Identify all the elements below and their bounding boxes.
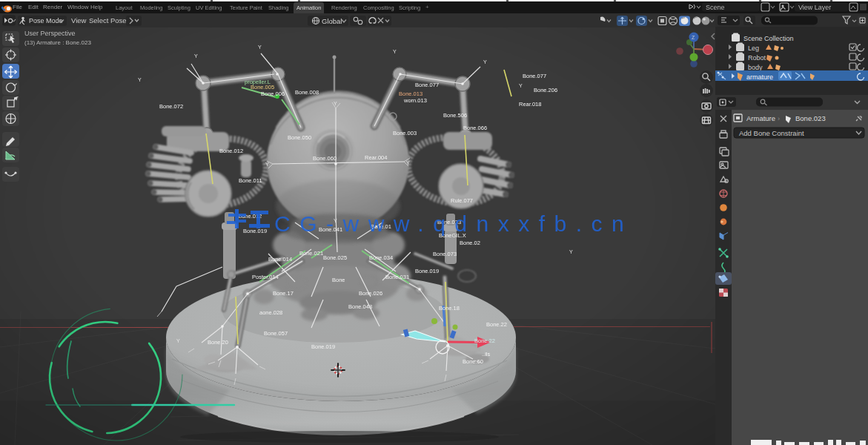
svg-text:Scene Collection: Scene Collection bbox=[743, 35, 794, 42]
svg-text:body: body bbox=[748, 64, 763, 71]
svg-text:Add Bone Constraint: Add Bone Constraint bbox=[739, 129, 804, 137]
svg-text:Pose Mode: Pose Mode bbox=[29, 17, 63, 24]
svg-text:Robot: Robot bbox=[748, 54, 766, 62]
svg-text:›: › bbox=[778, 115, 780, 122]
svg-text:Global: Global bbox=[322, 17, 342, 25]
svg-text:Bone.023: Bone.023 bbox=[795, 114, 826, 122]
svg-text:armature: armature bbox=[746, 73, 773, 81]
svg-text:Scene: Scene bbox=[706, 4, 725, 11]
svg-text:Armature: Armature bbox=[746, 114, 775, 122]
svg-text:View Layer: View Layer bbox=[798, 4, 831, 11]
svg-text:Leg: Leg bbox=[748, 44, 759, 52]
